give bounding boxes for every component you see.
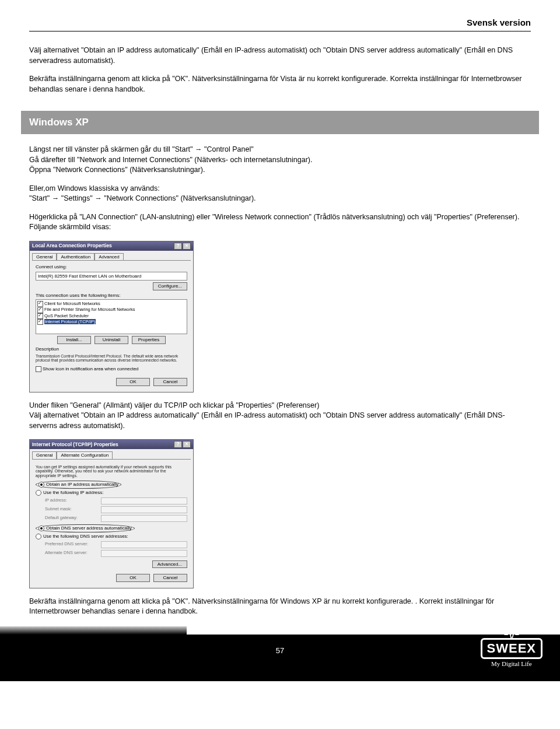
tab-general[interactable]: General (32, 451, 57, 459)
tab-authentication[interactable]: Authentication (57, 253, 94, 261)
show-icon-checkbox[interactable] (36, 366, 41, 372)
obtain-ip-auto-radio[interactable] (38, 482, 44, 488)
mid-p1: Under fliken "General" (Allmänt) väljer … (29, 401, 319, 409)
obtain-dns-auto-radio[interactable] (38, 525, 44, 531)
protocol-listbox[interactable]: Client for Microsoft Networks File and P… (36, 299, 187, 334)
description-text: Transmission Control Protocol/Internet P… (36, 354, 187, 363)
adns-label: Alternate DNS server: (45, 550, 97, 557)
xp-p2: Gå därefter till "Network and Internet C… (29, 156, 313, 164)
ok-button[interactable]: OK (116, 574, 150, 582)
final-p1: Bekräfta inställningarna genom att klick… (29, 597, 531, 617)
xp-p5c: "Network Connections" (Nätverksanslutnin… (102, 194, 256, 202)
xp-nav-1: Längst ner till vänster på skärmen går d… (29, 145, 531, 176)
show-icon-label: Show icon in notification area when conn… (43, 366, 139, 371)
ok-button[interactable]: OK (116, 378, 150, 386)
xp-classic: Eller,om Windows klassiska vy används: "… (29, 184, 531, 204)
connect-using-label: Connect using: (36, 264, 187, 270)
dialog-title-text: Internet Protocol (TCP/IP) Properties (32, 441, 118, 447)
intro-p1: Välj alternativet "Obtain an IP address … (29, 45, 531, 66)
use-ip-label: Use the following IP address: (43, 490, 103, 495)
install-button[interactable]: Install... (57, 336, 91, 344)
tcpip-desc: You can get IP settings assigned automat… (36, 465, 187, 478)
page-footer: 57 SWEEX My Digital Life (0, 635, 560, 681)
mask-label: Subnet mask: (45, 506, 97, 513)
help-icon[interactable]: ? (174, 243, 182, 250)
description-label: Description (36, 346, 187, 352)
tcpip-properties-dialog: Internet Protocol (TCP/IP) Properties ?×… (29, 439, 194, 588)
use-ip-radio[interactable] (36, 490, 41, 496)
gw-field (101, 515, 187, 522)
cancel-button[interactable]: Cancel (153, 574, 187, 582)
highlight-oval: Obtain DNS server address automatically (36, 524, 135, 532)
xp-p6: Högerklicka på "LAN Connection" (LAN-ans… (29, 212, 531, 233)
page-number: 57 (276, 646, 284, 655)
xp-p5b: "Settings" (59, 194, 94, 202)
ip-label: IP address: (45, 497, 97, 504)
xp-p4: Eller,om Windows klassiska vy används: (29, 184, 160, 192)
tab-general[interactable]: General (32, 253, 57, 261)
list-item-selected: Internet Protocol (TCP/IP) (44, 319, 96, 324)
close-icon[interactable]: × (183, 243, 191, 250)
lan-properties-dialog: Local Area Connection Properties ?× Gene… (29, 241, 194, 392)
footer-gradient (0, 626, 187, 635)
list-item: Client for Microsoft Networks (44, 301, 100, 306)
tab-alt-config[interactable]: Alternate Configuration (57, 451, 113, 459)
list-item: QoS Packet Scheduler (44, 313, 89, 318)
xp-p3: Öppna "Network Connections" (Nätverksans… (29, 166, 205, 174)
advanced-button[interactable]: Advanced... (152, 560, 187, 569)
dialog-titlebar: Local Area Connection Properties ?× (30, 241, 193, 251)
mid-p2: Välj alternativet "Obtain an IP address … (29, 411, 505, 430)
close-icon[interactable]: × (183, 441, 191, 448)
pdns-field (101, 541, 187, 548)
uninstall-button[interactable]: Uninstall (94, 336, 128, 344)
list-item: File and Printer Sharing for Microsoft N… (44, 307, 135, 312)
help-icon[interactable]: ? (174, 441, 182, 448)
pdns-label: Preferred DNS server: (45, 541, 97, 548)
properties-button[interactable]: Properties (132, 336, 166, 344)
obtain-dns-auto-label: Obtain DNS server address automatically (46, 525, 132, 531)
brand-name: SWEEX (481, 638, 542, 659)
xp-p1a: Längst ner till vänster på skärmen går d… (29, 145, 195, 153)
page-header: Svensk version (29, 17, 531, 31)
xp-p5a: "Start" (29, 194, 52, 202)
arrow-icon: → (195, 145, 202, 153)
dialog-titlebar: Internet Protocol (TCP/IP) Properties ?× (30, 440, 193, 449)
obtain-ip-auto-label: Obtain an IP address automatically (46, 482, 118, 487)
window-controls: ?× (173, 441, 191, 448)
arrow-icon: → (52, 194, 60, 202)
arrow-icon: → (94, 194, 102, 202)
checkbox-icon[interactable] (37, 319, 43, 325)
adns-field (101, 550, 187, 557)
cancel-button[interactable]: Cancel (153, 378, 187, 386)
xp-p1b: "Control Panel" (202, 145, 254, 153)
gw-label: Default gateway: (45, 515, 97, 522)
highlight-oval: Obtain an IP address automatically (36, 481, 121, 489)
section-title-xp: Windows XP (21, 111, 539, 134)
mid-text: Under fliken "General" (Allmänt) väljer … (29, 401, 531, 432)
use-dns-radio[interactable] (36, 534, 41, 539)
configure-button[interactable]: Configure... (153, 282, 187, 290)
items-label: This connection uses the following items… (36, 293, 187, 299)
intro-p2: Bekräfta inställningarna genom att klick… (29, 74, 531, 94)
ip-field (101, 497, 187, 504)
mask-field (101, 506, 187, 513)
brand-logo: SWEEX My Digital Life (481, 638, 542, 667)
tab-advanced[interactable]: Advanced (94, 253, 124, 261)
adapter-field: Intel(R) 82559 Fast Ethernet LAN on Moth… (36, 272, 187, 281)
use-dns-label: Use the following DNS server addresses: (43, 534, 128, 539)
brand-tagline: My Digital Life (481, 660, 542, 667)
dialog-title-text: Local Area Connection Properties (32, 243, 112, 248)
window-controls: ?× (173, 243, 191, 250)
